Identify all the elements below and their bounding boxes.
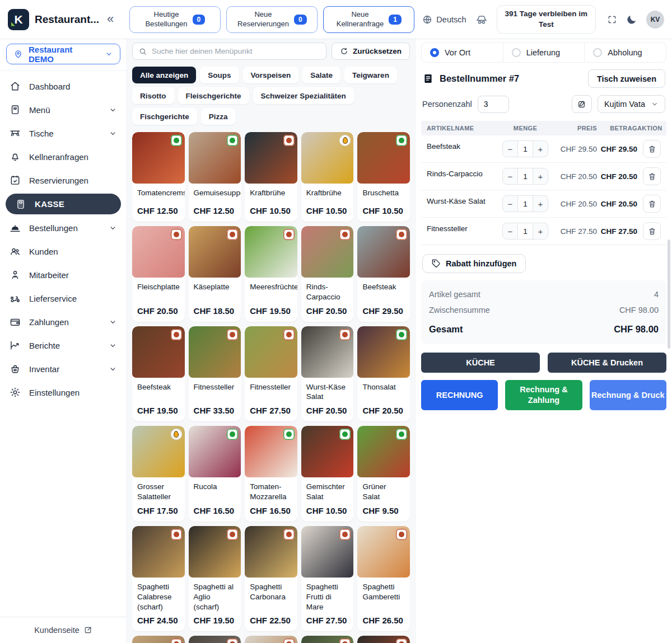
diet-badge-icon	[283, 639, 295, 643]
menu-item-card[interactable]	[132, 636, 185, 643]
dark-mode-icon[interactable]	[626, 14, 637, 25]
menu-item-card[interactable]: Fleischplatte CHF 20.50	[132, 226, 185, 322]
restaurant-selector[interactable]: Restaurant DEMO	[6, 44, 120, 64]
today-orders-button[interactable]: HeutigeBestellungen 0	[129, 6, 221, 33]
category-chip[interactable]: Schweizer Spezialitäten	[253, 87, 354, 104]
menu-item-card[interactable]: Meeresfrüchtes CHF 19.50	[245, 226, 297, 322]
menu-item-card[interactable]	[357, 636, 410, 643]
order-type-delivery[interactable]: Lieferung	[503, 43, 585, 62]
incognito-icon[interactable]	[475, 13, 488, 26]
category-chip[interactable]: Soups	[200, 67, 239, 83]
new-waiter-request-button[interactable]: NeueKellneranfrage 1	[323, 6, 414, 33]
waiter-select[interactable]: Kujtim Vata	[598, 95, 665, 113]
sidebar-item-employees[interactable]: Mitarbeiter	[0, 263, 127, 287]
language-selector[interactable]: Deutsch	[422, 15, 466, 25]
category-chip[interactable]: Teigwaren	[344, 67, 397, 83]
menu-item-photo	[301, 132, 354, 184]
sidebar-item-customers[interactable]: Kunden	[0, 240, 127, 263]
reset-button[interactable]: Zurücksetzen	[332, 43, 410, 60]
fullscreen-icon[interactable]	[607, 15, 617, 25]
order-type-dine-in[interactable]: Vor Ort	[422, 43, 503, 62]
sidebar-item-payments[interactable]: Zahlungen	[0, 310, 127, 334]
quantity-increase-button[interactable]: +	[533, 196, 548, 212]
menu-item-card[interactable]: Rinds-Carpaccio CHF 20.50	[301, 226, 354, 322]
quantity-decrease-button[interactable]: −	[503, 141, 517, 157]
menu-item-card[interactable]: Tomaten-Mozzarella CHF 16.50	[245, 426, 297, 522]
add-discount-button[interactable]: Rabatt hinzufügen	[422, 254, 526, 273]
category-chip[interactable]: Pizza	[201, 108, 236, 125]
new-reservations-button[interactable]: NeueReservierungen 0	[226, 6, 318, 33]
sidebar-item-reservations[interactable]: Reservierungen	[0, 168, 127, 192]
invoice-payment-button[interactable]: Rechnung & Zahlung	[505, 380, 582, 410]
menu-item-card[interactable]: Beefsteak CHF 29.50	[357, 226, 410, 322]
quantity-decrease-button[interactable]: −	[503, 196, 517, 212]
sidebar-item-orders[interactable]: Bestellungen	[0, 216, 127, 240]
sidebar-item-dashboard[interactable]: Dashboard	[0, 74, 127, 98]
sidebar-item-waiter-requests[interactable]: Kellneranfragen	[0, 145, 127, 168]
sidebar-item-delivery[interactable]: Lieferservice	[0, 287, 127, 310]
menu-item-card[interactable]: Thonsalat CHF 20.50	[357, 326, 410, 422]
menu-item-card[interactable]: Tomatencremsu CHF 12.50	[132, 132, 185, 222]
menu-item-card[interactable]: Kraftbrühe CHF 10.50	[245, 132, 297, 222]
menu-item-card[interactable]: Fitnessteller CHF 33.50	[189, 326, 241, 422]
menu-item-card[interactable]: Kraftbrühe CHF 10.50	[301, 132, 354, 222]
edit-order-button[interactable]	[572, 95, 592, 113]
top-header: K Restaurant... « HeutigeBestellungen 0 …	[0, 0, 672, 39]
delete-item-button[interactable]	[643, 195, 661, 213]
category-chip[interactable]: Vorspeisen	[243, 67, 299, 83]
quantity-increase-button[interactable]: +	[533, 141, 548, 157]
sidebar-collapse-icon[interactable]: «	[107, 12, 114, 26]
sidebar-item-tables[interactable]: Tische	[0, 121, 127, 145]
category-chip[interactable]: Fischgerichte	[132, 108, 197, 125]
menu-item-card[interactable]: Gemischter Salat CHF 10.50	[301, 426, 354, 522]
delete-item-button[interactable]	[643, 222, 661, 240]
quantity-decrease-button[interactable]: −	[503, 223, 517, 239]
guest-count-input[interactable]	[478, 96, 509, 113]
menu-item-card[interactable]	[189, 636, 241, 643]
user-avatar[interactable]: KV	[646, 11, 664, 29]
panel-scrollbar[interactable]	[668, 240, 670, 349]
order-panel: Vor Ort Lieferung Abholung Bestellnummer…	[415, 39, 672, 643]
category-chip[interactable]: Risotto	[132, 87, 174, 104]
menu-item-card[interactable]: Grüner Salat CHF 9.50	[357, 426, 410, 522]
kitchen-button[interactable]: KÜCHE	[421, 353, 540, 373]
menu-item-photo	[357, 132, 410, 184]
sidebar-item-menu[interactable]: Menü	[0, 98, 127, 121]
sidebar-item-inventory[interactable]: Inventar	[0, 357, 127, 381]
order-type-pickup[interactable]: Abholung	[585, 43, 666, 62]
order-item-amount: CHF 27.50	[597, 227, 637, 236]
quantity-decrease-button[interactable]: −	[503, 168, 517, 184]
menu-item-card[interactable]: Bruschetta CHF 10.50	[357, 132, 410, 222]
menu-item-card[interactable]	[301, 636, 354, 643]
diet-badge-icon	[227, 429, 238, 440]
menu-item-card[interactable]: Spaghetti Frutti di Mare CHF 27.50	[301, 526, 354, 631]
menu-item-card[interactable]: Beefsteak CHF 19.50	[132, 326, 185, 422]
menu-item-card[interactable]: Fitnessteller CHF 27.50	[245, 326, 297, 422]
menu-item-card[interactable]: Wurst-Käse Salat CHF 20.50	[301, 326, 354, 422]
invoice-button[interactable]: RECHNUNG	[421, 380, 498, 410]
sidebar-item-pos[interactable]: KASSE	[6, 194, 121, 214]
assign-table-button[interactable]: Tisch zuweisen	[588, 69, 665, 88]
menu-item-card[interactable]: Spaghetti Calabrese (scharf) CHF 24.50	[132, 526, 185, 631]
menu-item-card[interactable]: Spaghetti Gamberetti CHF 26.50	[357, 526, 410, 631]
kitchen-print-button[interactable]: KÜCHE & Drucken	[548, 353, 666, 373]
menu-item-card[interactable]: Spaghetti al Aglio (scharf) CHF 19.50	[189, 526, 241, 631]
category-chip[interactable]: Fleischgerichte	[178, 87, 249, 104]
quantity-increase-button[interactable]: +	[533, 168, 548, 184]
menu-item-card[interactable]: Grosser Salatteller CHF 17.50	[132, 426, 185, 522]
quantity-increase-button[interactable]: +	[533, 223, 548, 239]
category-chip[interactable]: Alle anzeigen	[132, 67, 196, 83]
sidebar-item-settings[interactable]: Einstellungen	[0, 381, 127, 404]
menu-item-card[interactable]: Käseplatte CHF 18.50	[189, 226, 241, 322]
delete-item-button[interactable]	[643, 167, 661, 185]
sidebar-item-reports[interactable]: Berichte	[0, 334, 127, 357]
customer-page-link[interactable]: Kundenseite	[0, 617, 127, 643]
menu-item-card[interactable]: Spaghetti Carbonara CHF 22.50	[245, 526, 297, 631]
delete-item-button[interactable]	[643, 140, 661, 158]
menu-item-card[interactable]: Gemuisesuppe CHF 12.50	[189, 132, 241, 222]
category-chip[interactable]: Salate	[302, 67, 340, 83]
search-input[interactable]	[152, 47, 320, 55]
menu-item-card[interactable]: Rucola CHF 16.50	[189, 426, 241, 522]
menu-item-card[interactable]	[245, 636, 297, 643]
invoice-print-button[interactable]: Rechnung & Druck	[590, 380, 666, 410]
